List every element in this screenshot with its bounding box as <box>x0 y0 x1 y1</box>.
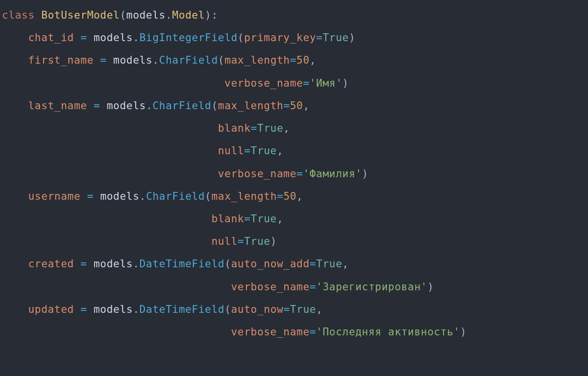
literal-number: 50 <box>283 190 296 202</box>
literal-true: True <box>316 258 342 270</box>
call-charfield: CharField <box>159 54 218 66</box>
literal-number: 50 <box>290 99 303 112</box>
kwarg-verbose-name: verbose_name <box>231 326 309 338</box>
field-chat-id: chat_id <box>28 31 74 44</box>
kwarg-max-length: max_length <box>224 54 290 66</box>
field-created: created <box>28 258 74 270</box>
literal-string: 'Фамилия' <box>303 167 362 180</box>
call-datetimefield: DateTimeField <box>140 258 225 270</box>
literal-number: 50 <box>296 54 310 66</box>
kwarg-verbose-name: verbose_name <box>218 167 296 180</box>
keyword-class: class <box>2 9 35 21</box>
literal-string: 'Зарегистрирован' <box>316 281 427 293</box>
kwarg-verbose-name: verbose_name <box>224 77 303 89</box>
literal-true: True <box>323 31 349 44</box>
literal-true: True <box>251 212 277 225</box>
base-class: Model <box>172 9 205 21</box>
call-charfield: CharField <box>146 190 205 202</box>
call-charfield: CharField <box>152 99 211 112</box>
literal-string: 'Последняя активность' <box>316 326 460 338</box>
code-block: class BotUserModel(models.Model): chat_i… <box>0 0 588 347</box>
kwarg-null: null <box>211 235 237 247</box>
kwarg-primary-key: primary_key <box>244 31 316 44</box>
kwarg-verbose-name: verbose_name <box>231 281 309 293</box>
kwarg-blank: blank <box>211 212 244 225</box>
call-datetimefield: DateTimeField <box>140 303 225 315</box>
literal-string: 'Имя' <box>310 77 343 89</box>
kwarg-auto-now: auto_now <box>231 303 284 315</box>
literal-true: True <box>290 303 316 315</box>
field-username: username <box>28 190 80 202</box>
kwarg-auto-now-add: auto_now_add <box>231 258 310 270</box>
kwarg-null: null <box>218 144 244 157</box>
literal-true: True <box>257 122 283 134</box>
field-first-name: first_name <box>28 54 94 66</box>
kwarg-blank: blank <box>218 122 251 134</box>
call-bigintegerfield: BigIntegerField <box>140 31 238 44</box>
literal-true: True <box>244 235 270 247</box>
class-name: BotUserModel <box>41 9 120 21</box>
kwarg-max-length: max_length <box>211 190 277 202</box>
base-module: models <box>126 9 166 21</box>
literal-true: True <box>251 144 277 157</box>
field-updated: updated <box>28 303 74 315</box>
field-last-name: last_name <box>28 99 87 112</box>
kwarg-max-length: max_length <box>218 99 284 112</box>
